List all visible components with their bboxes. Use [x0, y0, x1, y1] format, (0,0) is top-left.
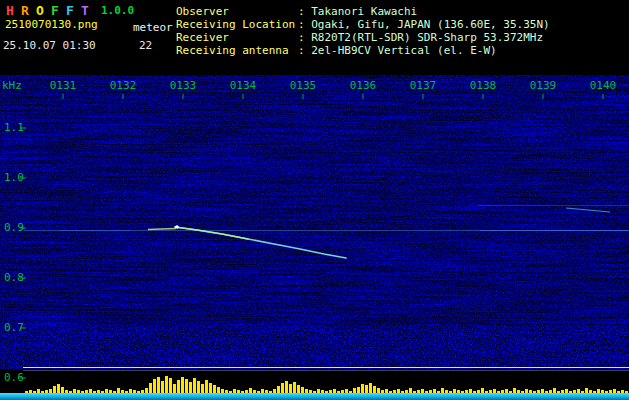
- waterfall-noise-dense-band: [0, 325, 629, 369]
- time-tick-label: 0140: [590, 79, 617, 92]
- info-row: Receiver: R820T2(RTL-SDR) SDR-Sharp 53.3…: [176, 31, 550, 44]
- spectrogram-plot: [0, 75, 629, 400]
- meteor-echo-head-dot: [175, 225, 179, 229]
- carrier-pre-echo-glow: [148, 229, 176, 230]
- time-tick-label: 0138: [470, 79, 497, 92]
- title-letter: F: [51, 3, 66, 18]
- title-letter: F: [66, 3, 81, 18]
- freq-tick-label: 0.9: [4, 221, 24, 234]
- info-row: Receiving Location: Ogaki, Gifu, JAPAN (…: [176, 18, 550, 31]
- hrofft-screen: HROFFT 1.0.0 2510070130.png meteor 25.10…: [0, 0, 629, 400]
- freq-tick-label: 0.8: [4, 271, 24, 284]
- title-letter: H: [6, 3, 21, 18]
- info-row: Receiving antenna: 2el-HB9CV Vertical (e…: [176, 44, 550, 57]
- freq-tick-label: 1.0: [4, 171, 24, 184]
- freq-unit-label: kHz: [2, 79, 22, 92]
- output-filename: 2510070130.png: [5, 18, 98, 31]
- app-title: HROFFT: [6, 3, 96, 18]
- waterfall-noise-streaks: [0, 75, 629, 369]
- info-row: Observer: Takanori Kawachi: [176, 5, 550, 18]
- time-tick-label: 0136: [350, 79, 377, 92]
- echo-count: 22: [139, 39, 152, 52]
- title-letter: R: [21, 3, 36, 18]
- freq-tick-label: 1.1: [4, 121, 24, 134]
- time-tick-label: 0137: [410, 79, 437, 92]
- time-tick-label: 0131: [50, 79, 77, 92]
- time-tick-label: 0139: [530, 79, 557, 92]
- title-letter: T: [81, 3, 96, 18]
- info-panel: Observer: Takanori KawachiReceiving Loca…: [176, 5, 550, 57]
- time-tick-label: 0132: [110, 79, 137, 92]
- level-strip: [0, 393, 629, 400]
- app-version: 1.0.0: [101, 4, 134, 17]
- time-tick-label: 0135: [290, 79, 317, 92]
- title-letter: O: [36, 3, 51, 18]
- timestamp: 25.10.07 01:30: [3, 39, 96, 52]
- time-tick-label: 0133: [170, 79, 197, 92]
- freq-tick-label: 0.7: [4, 321, 24, 334]
- mode-label: meteor: [133, 21, 173, 34]
- time-tick-label: 0134: [230, 79, 257, 92]
- freq-tick-label: 0.6: [4, 371, 24, 384]
